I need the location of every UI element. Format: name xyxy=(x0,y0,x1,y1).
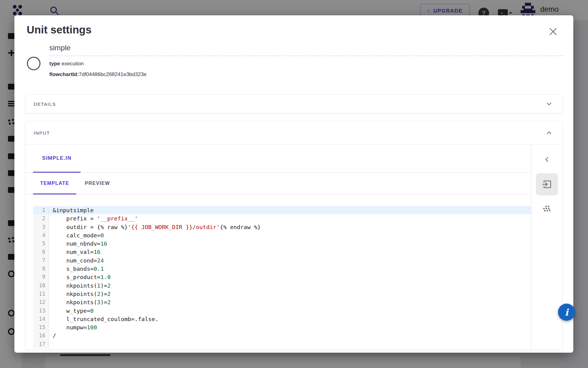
code-line: l_truncated_coulomb=.false. xyxy=(49,315,531,323)
info-fab-button[interactable]: i xyxy=(558,304,575,321)
line-number: 14 xyxy=(33,315,49,323)
line-number: 2 xyxy=(33,214,49,223)
info-icon: i xyxy=(565,307,568,318)
code-line: nkpoints(2)=2 xyxy=(49,290,531,298)
flowchart-id-label: flowchartId: xyxy=(49,71,79,77)
code-line: numpw=100 xyxy=(49,323,531,332)
code-line: prefix = '__prefix__' xyxy=(49,214,531,223)
file-tab-bar: SIMPLE.IN xyxy=(25,144,531,173)
dialog-title: Unit settings xyxy=(27,24,92,36)
code-line: s_bands=0.1 xyxy=(49,265,531,273)
code-line: nkpoints(3)=2 xyxy=(49,298,531,306)
line-number: 1 xyxy=(33,206,49,214)
type-label: type xyxy=(49,61,60,67)
dashed-divider xyxy=(49,56,564,56)
code-line: s_product=1.0 xyxy=(49,273,531,281)
line-number: 17 xyxy=(33,340,49,348)
unit-settings-dialog: Unit settings simple type execution flow… xyxy=(14,15,573,353)
tab-preview[interactable]: PREVIEW xyxy=(76,172,119,194)
code-line xyxy=(49,340,531,348)
line-number: 10 xyxy=(33,282,49,290)
chevron-down-icon xyxy=(545,100,553,108)
scatter-dots-icon[interactable] xyxy=(540,204,554,216)
code-line: num_cond=24 xyxy=(49,256,531,265)
code-line: &inputsimple xyxy=(49,206,531,214)
line-number: 12 xyxy=(33,298,49,306)
unit-name: simple xyxy=(49,44,564,52)
line-number-gutter: 1234567891011121314151617 xyxy=(33,206,49,348)
input-accordion-body: SIMPLE.IN TEMPLATE PREVIEW xyxy=(25,144,562,349)
template-preview-tab-bar: TEMPLATE PREVIEW xyxy=(25,173,531,194)
input-accordion-header[interactable]: INPUT xyxy=(25,121,562,144)
screen: ↑ UPGRADE ? >_ xyxy=(0,0,588,368)
input-file-icon-button[interactable] xyxy=(536,173,558,195)
code-line: / xyxy=(49,332,531,340)
input-arrow-icon xyxy=(541,179,552,190)
code-content: &inputsimple prefix = '__prefix__' outdi… xyxy=(49,206,531,348)
line-number: 8 xyxy=(33,265,49,273)
type-value: execution xyxy=(62,61,84,67)
flowchart-id-value: 7df04486bc268241e3bd323e xyxy=(79,71,146,77)
chevron-up-icon xyxy=(545,129,553,137)
code-line: outdir = {% raw %}'{{ JOB_WORK_DIR }}/ou… xyxy=(49,223,531,231)
unit-flowchart-row: flowchartId:7df04486bc268241e3bd323e xyxy=(49,71,564,78)
line-number: 4 xyxy=(33,231,49,240)
details-accordion-header[interactable]: DETAILS xyxy=(25,95,562,113)
close-icon[interactable] xyxy=(547,26,559,38)
code-line: calc_mode=0 xyxy=(49,231,531,240)
details-label: DETAILS xyxy=(34,102,56,107)
tab-simple-in[interactable]: SIMPLE.IN xyxy=(33,144,81,172)
line-number: 7 xyxy=(33,256,49,265)
tab-template[interactable]: TEMPLATE xyxy=(33,172,76,194)
input-label: INPUT xyxy=(34,130,50,136)
active-tab-indicator xyxy=(33,194,76,194)
line-number: 11 xyxy=(33,290,49,298)
unit-type-row: type execution xyxy=(49,61,564,67)
line-number: 9 xyxy=(33,273,49,281)
code-line: num_val=16 xyxy=(49,248,531,256)
input-main-column: SIMPLE.IN TEMPLATE PREVIEW xyxy=(25,144,531,349)
collapse-panel-chevron-left-icon[interactable] xyxy=(542,155,552,164)
details-accordion: DETAILS xyxy=(25,95,562,113)
code-editor[interactable]: 1234567891011121314151617 &inputsimple p… xyxy=(33,206,531,348)
input-accordion: INPUT SIMPLE.IN TEMPLATE xyxy=(25,121,562,350)
line-number: 3 xyxy=(33,223,49,231)
line-number: 13 xyxy=(33,307,49,315)
editor-side-rail xyxy=(531,144,562,349)
unit-status-circle-icon xyxy=(27,57,40,70)
code-line: w_type=0 xyxy=(49,307,531,315)
line-number: 16 xyxy=(33,332,49,340)
line-number: 6 xyxy=(33,248,49,256)
unit-summary: simple type execution flowchartId:7df044… xyxy=(49,44,564,78)
code-line: num_nbndv=16 xyxy=(49,240,531,248)
line-number: 5 xyxy=(33,240,49,248)
line-number: 15 xyxy=(33,323,49,332)
code-line: nkpoints(1)=2 xyxy=(49,282,531,290)
